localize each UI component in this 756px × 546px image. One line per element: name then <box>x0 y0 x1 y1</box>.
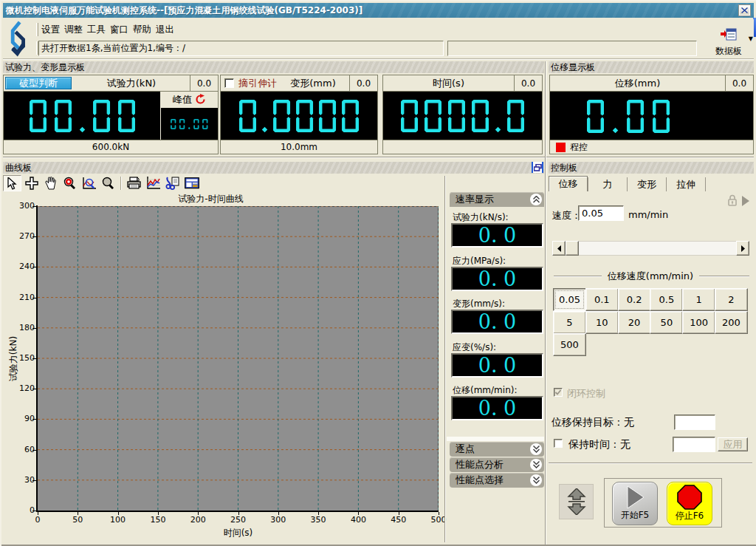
scrollbar-left-button[interactable] <box>552 241 566 256</box>
speed-button-200[interactable]: 200 <box>715 311 748 334</box>
rate-panel-header[interactable]: 速率显示 <box>450 192 544 207</box>
speed-button-50[interactable]: 50 <box>650 311 683 334</box>
tab-拉伸[interactable]: 拉伸 <box>666 177 705 191</box>
speed-button-500[interactable]: 500 <box>553 333 586 356</box>
y-tick <box>32 419 36 420</box>
speed-input[interactable]: 0.05 <box>578 205 624 221</box>
collapsed-panel-2[interactable]: 性能点分析 <box>450 457 544 472</box>
close-button[interactable] <box>739 5 750 16</box>
curve-tool-hand[interactable] <box>41 175 60 191</box>
chart-y-axis <box>36 205 38 512</box>
closed-loop-label: 闭环控制 <box>567 387 605 400</box>
collapsed-panel-1[interactable]: 逐点 <box>450 442 544 457</box>
speed-group-title: 位移速度(mm/min) <box>549 270 752 283</box>
rate-label: 试验力(kN/s): <box>453 211 509 224</box>
y-tick <box>32 206 36 207</box>
rate-value: 0. 0 <box>451 267 543 291</box>
peak-reset-icon[interactable] <box>195 94 206 105</box>
speed-label: 速度： <box>552 209 581 222</box>
speed-button-0.05[interactable]: 0.05 <box>553 288 586 311</box>
force-aux-value: 0.0 <box>190 75 218 91</box>
rate-value: 0. 0 <box>451 396 543 420</box>
x-tick <box>358 512 359 515</box>
hold-time-input[interactable] <box>673 437 715 452</box>
vertical-splitter[interactable] <box>545 61 546 545</box>
speed-scrollbar[interactable] <box>552 241 749 256</box>
menu-item-3[interactable]: 工具 <box>87 24 106 36</box>
speed-button-0.1[interactable]: 0.1 <box>585 288 619 311</box>
displacement-section-title: 位移显示板 <box>551 61 595 74</box>
start-button[interactable]: 开始F5 <box>612 482 658 525</box>
x-tick-label: 350 <box>307 515 329 525</box>
stop-button[interactable]: 停止F6 <box>667 482 712 525</box>
tab-变形[interactable]: 变形 <box>627 177 666 191</box>
speed-button-5[interactable]: 5 <box>553 311 586 334</box>
rate-panel-footer <box>447 437 544 441</box>
chevron-down-icon <box>533 461 540 468</box>
title-bar[interactable]: 微机控制电液伺服万能试验机测控系统--[预应力混凝土用钢绞线试验(GB/T522… <box>3 3 754 18</box>
collapsed-panel-3[interactable]: 性能点选择 <box>450 473 544 488</box>
closed-loop-checkbox[interactable] <box>554 388 563 397</box>
x-tick <box>158 512 159 515</box>
menu-item-4[interactable]: 窗口 <box>110 24 128 36</box>
speed-button-2[interactable]: 2 <box>715 288 748 311</box>
menu-item-6[interactable]: 退出 <box>156 24 174 36</box>
tab-力[interactable]: 力 <box>588 177 627 191</box>
apply-button[interactable]: 应用 <box>718 437 748 451</box>
speed-button-0.5[interactable]: 0.5 <box>650 288 683 311</box>
curve-tool-zoom-out[interactable] <box>99 175 117 191</box>
speed-button-20[interactable]: 20 <box>618 311 651 334</box>
curve-tool-crosshair[interactable] <box>22 175 41 191</box>
scroll-left-icon <box>557 245 561 252</box>
copy-curve-icon <box>165 177 180 190</box>
speed-button-100[interactable]: 100 <box>682 311 715 334</box>
collapse-button[interactable] <box>530 194 542 205</box>
expand-button[interactable] <box>530 443 542 455</box>
section-divider <box>3 157 754 158</box>
deform-display-panel: 摘引伸计 变形(mm) 0.0 10.0mm <box>220 75 378 154</box>
speed-button-1[interactable]: 1 <box>682 288 715 311</box>
speed-button-0.2[interactable]: 0.2 <box>618 288 651 311</box>
hold-time-checkbox[interactable] <box>554 439 563 448</box>
program-control-indicator <box>556 143 566 152</box>
deform-value-digits <box>239 100 359 132</box>
extensometer-checkbox[interactable] <box>224 78 234 88</box>
deform-display <box>221 92 377 140</box>
rate-label: 应变(%/s): <box>453 341 496 354</box>
y-tick <box>32 450 36 451</box>
displacement-panel-header: 位移(mm) 0.0 <box>550 75 753 92</box>
scrollbar-right-button[interactable] <box>736 241 749 256</box>
data-board-button[interactable]: 数据板 ▼ <box>709 28 748 58</box>
stop-button-label: 停止F6 <box>676 510 704 522</box>
expand-button[interactable] <box>530 459 542 471</box>
curve-tool-pointer[interactable] <box>3 175 21 191</box>
scrollbar-thumb[interactable] <box>566 241 579 256</box>
curve-tool-monitor[interactable] <box>182 175 201 191</box>
break-detect-button[interactable]: 破型判断 <box>5 77 72 89</box>
control-divider <box>549 463 752 464</box>
menu-item-5[interactable]: 帮助 <box>133 24 151 36</box>
restore-icon <box>534 164 542 171</box>
menu-item-2[interactable]: 调整 <box>64 24 83 36</box>
speed-button-10[interactable]: 10 <box>585 311 619 334</box>
curve-tool-curve-chart[interactable] <box>144 175 162 191</box>
displacement-aux-value: 0.0 <box>725 75 753 91</box>
chart-title: 试验力-时间曲线 <box>10 193 411 205</box>
curve-tool-zoom-area[interactable] <box>80 175 98 191</box>
hold-target-input[interactable] <box>674 414 715 430</box>
y-tick <box>32 236 36 237</box>
chart-plot-area[interactable] <box>38 206 439 511</box>
tab-位移[interactable]: 位移 <box>549 176 588 191</box>
restore-panel-button[interactable] <box>532 162 543 173</box>
expand-button[interactable] <box>530 474 542 486</box>
curve-toolbar <box>3 174 544 192</box>
section-header-display: 试验力、变形显示板 <box>3 61 544 73</box>
curve-tool-copy-curve[interactable] <box>163 175 182 191</box>
curve-tool-zoom-center[interactable] <box>61 175 79 191</box>
status-text: 共打开数据1条,当前位置为1,编号：/ <box>41 42 185 55</box>
data-board-dropdown-icon[interactable]: ▼ <box>749 35 753 42</box>
jog-button[interactable] <box>559 484 594 519</box>
x-tick <box>198 512 199 515</box>
curve-tool-printer[interactable] <box>125 175 143 191</box>
menu-item-1[interactable]: 设置 <box>41 24 60 36</box>
